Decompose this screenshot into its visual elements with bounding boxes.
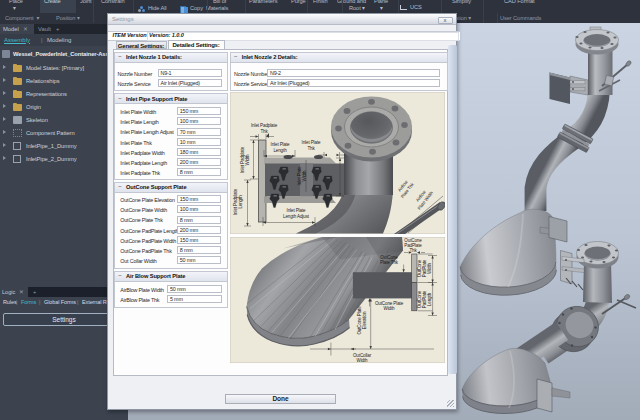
- svg-text:Length Adjust: Length Adjust: [283, 214, 310, 219]
- svg-text:Inlet Padplate: Inlet Padplate: [251, 123, 278, 128]
- svg-text:Length: Length: [238, 195, 243, 209]
- svg-text:Elevation: Elevation: [362, 311, 367, 329]
- svg-text:Thk: Thk: [307, 146, 315, 151]
- svg-text:OutCone Plate: OutCone Plate: [357, 305, 362, 334]
- svg-text:OutCone Plate: OutCone Plate: [375, 300, 404, 305]
- svg-text:Inlet Padplate: Inlet Padplate: [233, 188, 238, 215]
- svg-text:Length: Length: [427, 292, 432, 306]
- svg-text:Inlet Plate: Inlet Plate: [297, 166, 302, 186]
- svg-text:Thk: Thk: [409, 247, 417, 252]
- svg-text:Plate Thk: Plate Thk: [380, 260, 399, 265]
- svg-text:Inlet Plate: Inlet Plate: [287, 208, 307, 213]
- svg-text:Width: Width: [302, 170, 307, 182]
- svg-text:Length: Length: [273, 148, 287, 153]
- svg-text:Inlet Padplate: Inlet Padplate: [240, 146, 245, 173]
- svg-text:Width: Width: [356, 358, 368, 363]
- svg-text:Thk: Thk: [260, 129, 268, 134]
- svg-text:Width: Width: [383, 306, 395, 311]
- svg-text:Inlet Plate: Inlet Plate: [302, 140, 322, 145]
- svg-text:Width: Width: [245, 154, 250, 166]
- svg-text:Width: Width: [427, 262, 432, 274]
- svg-text:Inlet Plate: Inlet Plate: [271, 142, 291, 147]
- svg-text:OutCollar: OutCollar: [353, 352, 372, 357]
